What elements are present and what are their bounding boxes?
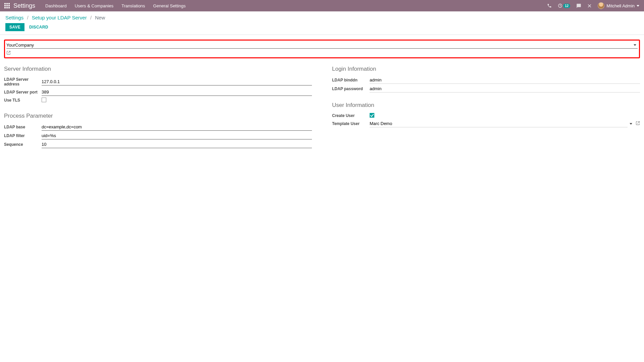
systray: 12 Mitchell Admin	[547, 2, 639, 9]
label-ldap-filter: LDAP filter	[4, 131, 42, 140]
label-ldap-address: LDAP Server address	[4, 76, 42, 88]
process-parameter-group: Process Parameter LDAP base LDAP filter …	[4, 113, 312, 149]
chevron-down-icon[interactable]	[634, 44, 636, 46]
messaging-icon[interactable]	[576, 3, 581, 8]
nav-general-settings[interactable]: General Settings	[153, 3, 186, 8]
label-ldap-port: LDAP Server port	[4, 88, 42, 97]
input-ldap-binddn[interactable]	[370, 76, 640, 84]
phone-icon[interactable]	[547, 3, 552, 8]
label-use-tls: Use TLS	[4, 97, 42, 104]
close-icon[interactable]	[587, 4, 592, 8]
checkbox-create-user[interactable]	[370, 113, 374, 118]
chevron-down-icon[interactable]	[630, 123, 632, 125]
login-information-group: Login Information LDAP binddn LDAP passw…	[332, 66, 640, 93]
apps-icon[interactable]	[4, 3, 10, 9]
save-button[interactable]: SAVE	[5, 23, 24, 31]
label-sequence: Sequence	[4, 140, 42, 149]
user-information-group: User Information Create User Template Us…	[332, 102, 640, 128]
input-template-user[interactable]	[370, 120, 628, 127]
breadcrumb-settings[interactable]: Settings	[5, 15, 23, 20]
nav-users-companies[interactable]: Users & Companies	[75, 3, 114, 8]
top-nav: Dashboard Users & Companies Translations…	[45, 3, 185, 8]
avatar	[598, 2, 604, 9]
form-sheet: Server Information LDAP Server address L…	[0, 35, 644, 162]
server-information-group: Server Information LDAP Server address L…	[4, 66, 312, 104]
breadcrumb-current: New	[95, 15, 105, 20]
input-ldap-base[interactable]	[42, 123, 312, 131]
label-ldap-base: LDAP base	[4, 123, 42, 131]
checkbox-use-tls[interactable]	[42, 98, 46, 102]
input-ldap-filter[interactable]	[42, 132, 312, 139]
activity-icon[interactable]: 12	[558, 3, 570, 8]
input-ldap-address[interactable]	[42, 78, 312, 85]
company-select[interactable]	[6, 41, 638, 49]
label-template-user: Template User	[332, 119, 370, 128]
app-brand: Settings	[13, 2, 35, 9]
label-ldap-binddn: LDAP binddn	[332, 76, 370, 84]
user-name: Mitchell Admin	[606, 3, 635, 8]
control-panel: Settings / Setup your LDAP Server / New …	[0, 11, 644, 31]
section-title-user: User Information	[332, 102, 640, 109]
external-link-icon[interactable]	[636, 121, 640, 126]
company-highlight-box	[4, 40, 640, 58]
activity-count-badge: 12	[563, 4, 570, 8]
company-input[interactable]	[6, 43, 634, 48]
input-ldap-password[interactable]	[370, 85, 640, 93]
breadcrumb: Settings / Setup your LDAP Server / New	[5, 15, 639, 20]
discard-button[interactable]: DISCARD	[27, 23, 50, 31]
chevron-down-icon	[637, 5, 639, 7]
section-title-login: Login Information	[332, 66, 640, 72]
external-link-icon[interactable]	[6, 51, 638, 56]
input-sequence[interactable]	[42, 141, 312, 148]
topbar: Settings Dashboard Users & Companies Tra…	[0, 0, 644, 11]
input-ldap-port[interactable]	[42, 88, 312, 96]
section-title-server: Server Information	[4, 66, 312, 72]
user-menu[interactable]: Mitchell Admin	[598, 2, 639, 9]
section-title-process: Process Parameter	[4, 113, 312, 119]
nav-dashboard[interactable]: Dashboard	[45, 3, 67, 8]
label-create-user: Create User	[332, 112, 370, 119]
nav-translations[interactable]: Translations	[121, 3, 145, 8]
label-ldap-password: LDAP password	[332, 84, 370, 93]
breadcrumb-ldap[interactable]: Setup your LDAP Server	[32, 15, 87, 20]
